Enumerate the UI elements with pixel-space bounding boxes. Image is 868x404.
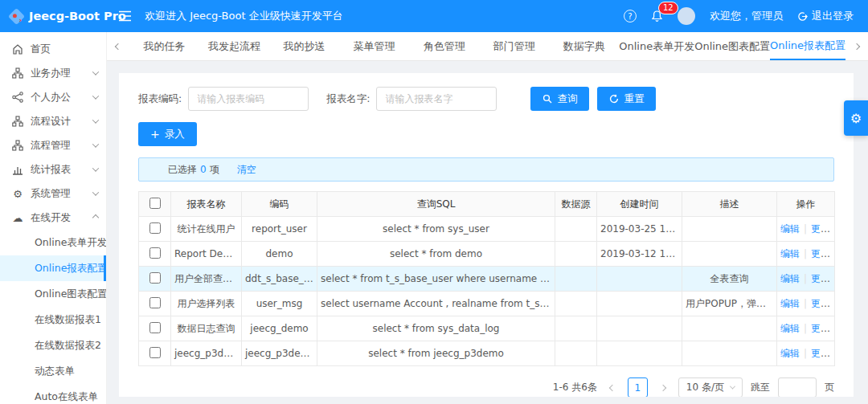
tabs-scroll-right[interactable] (845, 32, 868, 60)
chevron-down-icon (92, 92, 99, 99)
chevron-down-icon (92, 165, 99, 171)
col-code: 编码 (242, 192, 317, 217)
tab-my-cc[interactable]: 我的抄送 (269, 32, 339, 60)
edit-link[interactable]: 编辑 (780, 223, 800, 235)
sidebar-item-process-manage[interactable]: 流程管理 (0, 133, 106, 157)
chevron-down-icon (730, 384, 735, 390)
sidebar-subitem-auto-online-form[interactable]: Auto在线表单 (0, 384, 106, 404)
chevron-up-icon (92, 214, 99, 221)
tab-bar: 我的任务 我发起流程 我的抄送 菜单管理 角色管理 部门管理 数据字典 Onli… (107, 32, 868, 61)
sidebar-item-home[interactable]: 首页 (0, 37, 106, 61)
sidebar-subitem-online-chart-config[interactable]: Online图表配置 (0, 281, 106, 307)
page-size-select[interactable]: 10 条/页 (678, 377, 743, 397)
chevron-down-icon (92, 189, 99, 195)
home-icon (12, 43, 23, 55)
tab-online-report-config[interactable]: Online报表配置 (770, 32, 845, 60)
pagination: 1-6 共6条 1 10 条/页 跳至 页 (138, 377, 834, 397)
tab-my-started-process[interactable]: 我发起流程 (199, 32, 269, 60)
select-all-checkbox[interactable] (149, 198, 161, 209)
tab-my-tasks[interactable]: 我的任务 (129, 32, 199, 60)
more-link[interactable]: 更多 (811, 298, 830, 309)
tab-dept-manage[interactable]: 部门管理 (479, 32, 549, 60)
user-avatar[interactable] (678, 7, 695, 25)
more-link[interactable]: 更多 (811, 348, 830, 359)
chevron-down-icon (92, 68, 99, 75)
search-button[interactable]: 查询 (530, 87, 589, 111)
chevron-left-icon (609, 384, 616, 390)
edit-link[interactable]: 编辑 (780, 298, 800, 309)
col-datasource: 数据源 (555, 192, 597, 217)
sidebar-item-stat-report[interactable]: 统计报表 (0, 157, 106, 182)
col-sql: 查询SQL (317, 192, 555, 217)
more-link[interactable]: 更多 (811, 223, 830, 235)
report-code-input[interactable] (188, 87, 309, 111)
sidebar-item-system-manage[interactable]: ⚙ 系统管理 (0, 182, 106, 206)
sidebar-subitem-online-report-config[interactable]: Online报表配置 (0, 255, 106, 281)
notification-bell[interactable]: 12 (651, 10, 663, 22)
col-created: 创建时间 (597, 192, 682, 217)
row-checkbox[interactable] (149, 347, 161, 358)
table-row: 用户选择列表 user_msg select username Account … (139, 292, 835, 316)
online-dev-submenu: Online表单开发 Online报表配置 Online图表配置 在线数据报表1… (0, 230, 106, 404)
cluster-icon (12, 140, 23, 151)
sidebar-item-business[interactable]: 业务办理 (0, 61, 106, 85)
add-record-button[interactable]: + 录入 (138, 122, 197, 146)
caret-down-icon (832, 275, 834, 281)
row-checkbox[interactable] (149, 272, 161, 284)
app-title: Jeecg-Boot Pro (29, 10, 126, 22)
row-checkbox[interactable] (149, 297, 161, 308)
top-header-bar: › Jeecg-Boot Pro 欢迎进入 Jeecg-Boot 企业级快速开发… (0, 0, 868, 32)
sidebar-subitem-online-data-report-2[interactable]: 在线数据报表2 (0, 333, 106, 358)
edit-link[interactable]: 编辑 (780, 248, 800, 259)
tab-data-dict[interactable]: 数据字典 (549, 32, 619, 60)
cluster-icon (12, 116, 23, 127)
search-icon (542, 94, 552, 104)
tab-role-manage[interactable]: 角色管理 (409, 32, 479, 60)
report-name-input[interactable] (376, 87, 497, 111)
logout-button[interactable]: 退出登录 (797, 9, 854, 23)
caret-down-icon (832, 325, 834, 331)
sidebar-item-process-design[interactable]: 流程设计 (0, 109, 106, 133)
more-link[interactable]: 更多 (811, 273, 830, 284)
reset-button[interactable]: 重置 (597, 87, 656, 111)
sidebar-item-personal-office[interactable]: 个人办公 (0, 85, 106, 109)
caret-down-icon (832, 300, 834, 306)
jump-page-input[interactable] (778, 377, 817, 397)
sidebar-subitem-online-form-dev[interactable]: Online表单开发 (0, 230, 106, 255)
reload-icon (609, 94, 619, 104)
share-icon (12, 92, 23, 103)
menu-fold-icon[interactable] (118, 10, 132, 22)
edit-link[interactable]: 编辑 (780, 273, 800, 284)
sidebar-subitem-dynamic-form[interactable]: 动态表单 (0, 358, 106, 384)
more-link[interactable]: 更多 (811, 323, 830, 334)
chevron-down-icon (92, 141, 99, 147)
gear-icon: ⚙ (850, 111, 862, 126)
tabs-scroll-left[interactable] (107, 32, 129, 60)
notification-badge: 12 (658, 2, 678, 14)
current-page[interactable]: 1 (628, 377, 648, 397)
clear-selection-link[interactable]: 清空 (237, 163, 256, 177)
tab-online-chart-config[interactable]: Online图表配置 (694, 32, 770, 60)
chevron-left-icon (115, 43, 121, 49)
next-page-button[interactable] (656, 378, 670, 398)
row-checkbox[interactable] (149, 322, 161, 333)
app-logo: › Jeecg-Boot Pro (0, 10, 107, 22)
filter-row: 报表编码: 报表名字: 查询 重置 (138, 87, 834, 111)
theme-settings-button[interactable]: ⚙ (844, 100, 868, 136)
help-icon[interactable]: ? (624, 10, 637, 22)
report-code-label: 报表编码: (138, 92, 182, 106)
sidebar-subitem-online-data-report-1[interactable]: 在线数据报表1 (0, 307, 106, 333)
edit-link[interactable]: 编辑 (780, 348, 800, 359)
tab-menu-manage[interactable]: 菜单管理 (339, 32, 409, 60)
row-checkbox[interactable] (149, 247, 161, 259)
table-row: Report Demo demo select * from demo 2019… (139, 242, 835, 267)
tab-online-form-dev[interactable]: Online表单开发 (619, 32, 694, 60)
caret-down-icon (832, 226, 834, 231)
sidebar-item-online-dev[interactable]: ☁ 在线开发 (0, 206, 106, 230)
caret-down-icon (832, 251, 834, 256)
prev-page-button[interactable] (605, 378, 620, 398)
caret-down-icon (832, 350, 834, 356)
more-link[interactable]: 更多 (811, 248, 830, 259)
edit-link[interactable]: 编辑 (780, 323, 800, 334)
row-checkbox[interactable] (149, 222, 161, 234)
